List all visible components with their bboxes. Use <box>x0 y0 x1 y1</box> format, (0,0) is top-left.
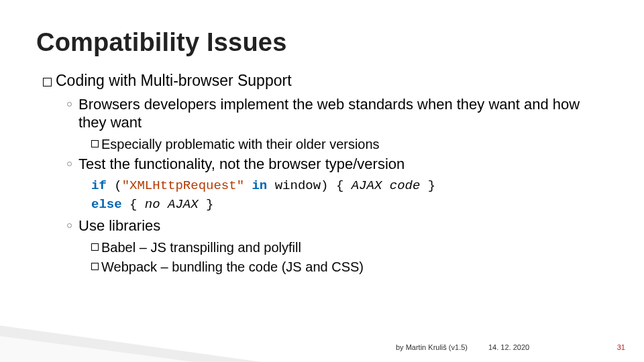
bullet-libs: Use libraries <box>67 217 608 235</box>
bullet-libs-text: Use libraries <box>78 217 160 235</box>
bullet-test: Test the functionality, not the browser … <box>67 156 608 174</box>
bullet-babel-text: Babel – JS transpilling and polyfill <box>101 239 301 256</box>
bullet-test-text: Test the functionality, not the browser … <box>78 156 405 174</box>
code-kw-else: else <box>91 197 122 212</box>
bullet-coding: Coding with Multi-browser Support <box>43 72 608 89</box>
ring-bullet-icon <box>67 162 72 166</box>
code-brace: { <box>122 197 145 212</box>
code-close1: } <box>420 178 435 193</box>
footer-author: by Martin Kruliš (v1.5) <box>396 343 468 351</box>
bullet-coding-text: Coding with Multi-browser Support <box>56 72 292 89</box>
square-bullet-icon <box>43 78 52 86</box>
code-ajax: AJAX code <box>352 178 421 193</box>
code-string: "XMLHttpRequest" <box>122 178 244 193</box>
bullet-coding-lead: Coding <box>56 72 105 89</box>
bullet-browsers-text: Browsers developers implement the web st… <box>78 96 608 132</box>
bullet-webpack: Webpack – bundling the code (JS and CSS) <box>91 259 608 276</box>
square-small-bullet-icon <box>91 263 99 270</box>
slide: Compatibility Issues Coding with Multi-b… <box>0 0 644 362</box>
code-line-2: else { no AJAX } <box>91 196 608 214</box>
ring-bullet-icon <box>67 102 72 107</box>
bullet-coding-rest: with Multi-browser Support <box>105 72 292 89</box>
bullet-browsers: Browsers developers implement the web st… <box>67 96 608 132</box>
code-window: window) { <box>275 178 344 193</box>
bullet-older: Especially problematic with their older … <box>91 136 608 153</box>
bullet-older-text: Especially problematic with their older … <box>101 136 380 153</box>
ring-bullet-icon <box>67 223 72 228</box>
square-small-bullet-icon <box>91 140 99 147</box>
bullet-babel: Babel – JS transpilling and polyfill <box>91 239 608 256</box>
bullet-webpack-text: Webpack – bundling the code (JS and CSS) <box>101 259 364 276</box>
code-kw-if: if <box>91 178 107 193</box>
square-small-bullet-icon <box>91 243 99 251</box>
code-close2: } <box>199 197 214 212</box>
code-noajax: no AJAX <box>145 197 199 212</box>
slide-title: Compatibility Issues <box>36 28 608 57</box>
footer-page-number: 31 <box>617 343 625 351</box>
decorative-wedge <box>0 324 275 362</box>
code-kw-in: in <box>252 178 267 193</box>
code-line-1: if ("XMLHttpRequest" in window) { AJAX c… <box>91 178 608 195</box>
footer-date: 14. 12. 2020 <box>488 343 529 351</box>
